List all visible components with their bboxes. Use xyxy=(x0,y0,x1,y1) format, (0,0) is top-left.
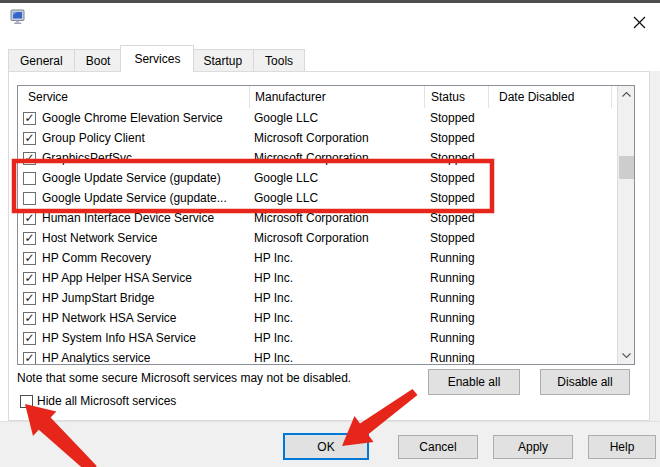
service-name: GraphicsPerfSvc xyxy=(42,151,132,165)
service-name: Google Update Service (gupdate) xyxy=(42,171,221,185)
service-status: Running xyxy=(424,288,488,308)
service-manufacturer: Google LLC xyxy=(249,168,424,188)
service-date-disabled xyxy=(488,168,611,188)
service-row[interactable]: ✓ Google Chrome Elevation Service Google… xyxy=(18,108,618,128)
service-status: Stopped xyxy=(424,128,488,148)
service-row[interactable]: ✓ Human Interface Device Service Microso… xyxy=(18,208,618,228)
service-name: HP JumpStart Bridge xyxy=(42,291,155,305)
service-date-disabled xyxy=(488,108,611,128)
service-name: Host Network Service xyxy=(42,231,157,245)
service-row[interactable]: ✓ Group Policy Client Microsoft Corporat… xyxy=(18,128,618,148)
service-manufacturer: Microsoft Corporation xyxy=(249,228,424,248)
scroll-up-icon[interactable] xyxy=(618,86,635,103)
service-name: Google Update Service (gupdate... xyxy=(42,191,227,205)
service-checkbox[interactable]: ✓ xyxy=(23,112,36,125)
service-status: Stopped xyxy=(424,228,488,248)
tab-general[interactable]: General xyxy=(8,49,75,72)
service-checkbox[interactable]: ✓ xyxy=(23,252,36,265)
column-header-status[interactable]: Status xyxy=(424,86,488,108)
tab-boot[interactable]: Boot xyxy=(75,49,123,72)
service-name: Google Chrome Elevation Service xyxy=(42,111,223,125)
title-bar xyxy=(0,3,660,45)
service-row[interactable]: ✓ HP Analytics service HP Inc. Running xyxy=(18,348,618,365)
tab-tools[interactable]: Tools xyxy=(254,49,305,72)
help-button[interactable]: Help xyxy=(588,435,656,459)
service-checkbox[interactable]: ✓ xyxy=(23,272,36,285)
service-status: Stopped xyxy=(424,148,488,168)
service-name: HP Network HSA Service xyxy=(42,311,177,325)
tab-strip: General Boot Services Startup Tools xyxy=(8,45,305,72)
service-name: HP Comm Recovery xyxy=(42,251,151,265)
service-status: Running xyxy=(424,348,488,365)
service-checkbox[interactable]: ✓ xyxy=(23,232,36,245)
service-status: Stopped xyxy=(424,168,488,188)
service-manufacturer: Microsoft Corporation xyxy=(249,208,424,228)
service-name: Human Interface Device Service xyxy=(42,211,214,225)
service-status: Running xyxy=(424,308,488,328)
service-checkbox[interactable]: ✓ xyxy=(23,352,36,365)
service-name: HP System Info HSA Service xyxy=(42,331,196,345)
hide-all-microsoft-row[interactable]: Hide all Microsoft services xyxy=(20,394,176,408)
system-configuration-icon xyxy=(10,9,26,25)
services-note-text: Note that some secure Microsoft services… xyxy=(17,371,417,385)
column-header-service[interactable]: Service xyxy=(18,86,249,108)
service-date-disabled xyxy=(488,148,611,168)
scrollbar-thumb[interactable] xyxy=(619,156,634,179)
tab-startup[interactable]: Startup xyxy=(192,49,254,72)
service-checkbox[interactable] xyxy=(23,192,36,205)
service-status: Running xyxy=(424,328,488,348)
apply-button[interactable]: Apply xyxy=(493,435,573,459)
hide-all-microsoft-label: Hide all Microsoft services xyxy=(37,394,176,408)
service-date-disabled xyxy=(488,288,611,308)
service-name: HP App Helper HSA Service xyxy=(42,271,192,285)
scroll-down-icon[interactable] xyxy=(618,347,635,364)
service-manufacturer: Microsoft Corporation xyxy=(249,148,424,168)
service-checkbox[interactable]: ✓ xyxy=(23,212,36,225)
service-name: Group Policy Client xyxy=(42,131,145,145)
service-date-disabled xyxy=(488,208,611,228)
service-row[interactable]: Google Update Service (gupdate... Google… xyxy=(18,188,618,208)
column-header-date-disabled[interactable]: Date Disabled xyxy=(488,86,611,108)
service-row[interactable]: ✓ GraphicsPerfSvc Microsoft Corporation … xyxy=(18,148,618,168)
service-row[interactable]: Google Update Service (gupdate) Google L… xyxy=(18,168,618,188)
services-list: Service Manufacturer Status Date Disable… xyxy=(17,85,635,365)
service-date-disabled xyxy=(488,248,611,268)
service-manufacturer: HP Inc. xyxy=(249,248,424,268)
service-checkbox[interactable] xyxy=(23,172,36,185)
service-row[interactable]: ✓ Host Network Service Microsoft Corpora… xyxy=(18,228,618,248)
service-row[interactable]: ✓ HP Network HSA Service HP Inc. Running xyxy=(18,308,618,328)
service-date-disabled xyxy=(488,328,611,348)
close-icon[interactable] xyxy=(628,11,650,33)
service-checkbox[interactable]: ✓ xyxy=(23,132,36,145)
enable-all-button[interactable]: Enable all xyxy=(428,369,520,395)
service-status: Stopped xyxy=(424,208,488,228)
service-row[interactable]: ✓ HP JumpStart Bridge HP Inc. Running xyxy=(18,288,618,308)
service-date-disabled xyxy=(488,188,611,208)
service-manufacturer: HP Inc. xyxy=(249,328,424,348)
service-manufacturer: HP Inc. xyxy=(249,308,424,328)
hide-all-microsoft-checkbox[interactable] xyxy=(20,395,33,408)
service-date-disabled xyxy=(488,228,611,248)
dialog-right-margin xyxy=(650,71,660,421)
tab-services[interactable]: Services xyxy=(120,45,194,72)
service-checkbox[interactable]: ✓ xyxy=(23,312,36,325)
service-manufacturer: HP Inc. xyxy=(249,288,424,308)
service-manufacturer: HP Inc. xyxy=(249,268,424,288)
ok-button[interactable]: OK xyxy=(283,433,369,460)
service-date-disabled xyxy=(488,128,611,148)
service-row[interactable]: ✓ HP System Info HSA Service HP Inc. Run… xyxy=(18,328,618,348)
service-row[interactable]: ✓ HP App Helper HSA Service HP Inc. Runn… xyxy=(18,268,618,288)
service-manufacturer: Microsoft Corporation xyxy=(249,128,424,148)
service-date-disabled xyxy=(488,268,611,288)
service-checkbox[interactable]: ✓ xyxy=(23,152,36,165)
cancel-button[interactable]: Cancel xyxy=(398,435,478,459)
service-date-disabled xyxy=(488,308,611,328)
service-row[interactable]: ✓ HP Comm Recovery HP Inc. Running xyxy=(18,248,618,268)
disable-all-button[interactable]: Disable all xyxy=(540,369,630,395)
service-name: HP Analytics service xyxy=(42,351,151,365)
service-checkbox[interactable]: ✓ xyxy=(23,332,36,345)
vertical-scrollbar[interactable] xyxy=(617,86,634,364)
column-header-manufacturer[interactable]: Manufacturer xyxy=(249,86,424,108)
service-manufacturer: Google LLC xyxy=(249,188,424,208)
service-checkbox[interactable]: ✓ xyxy=(23,292,36,305)
